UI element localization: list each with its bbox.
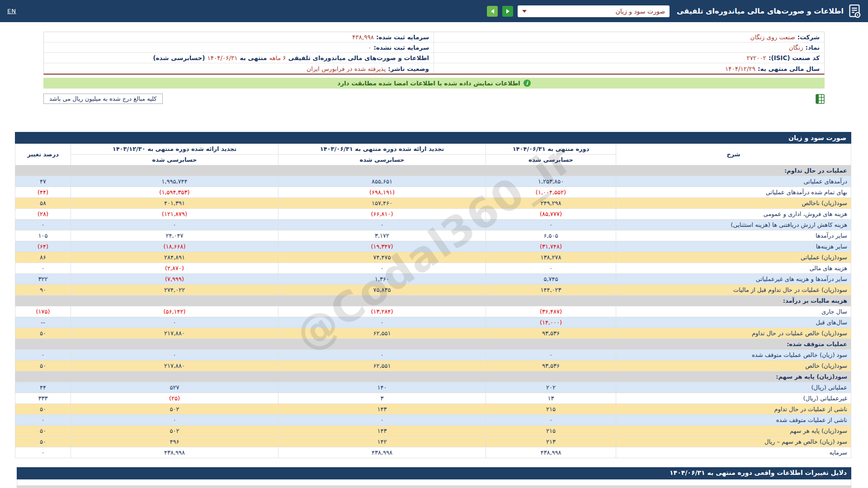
table-title-bar: صورت سود و زیان: [15, 132, 851, 144]
row-value: ۱۴۲: [278, 436, 486, 447]
isic-value: ۲۷۲۰۰۲: [747, 54, 767, 61]
row-value: ۱۴۳: [278, 426, 486, 436]
row-value: (۱۲۱,۸۷۹): [71, 209, 278, 220]
row-value: ۲۱۵: [486, 426, 616, 436]
table-section-row: عملیات متوقف شده:: [15, 339, 851, 350]
signature-match-text: اطلاعات نمایش داده شده با اطلاعات امضا ش…: [337, 80, 520, 87]
issuer-status-label: وضعیت ناشر:: [388, 65, 429, 72]
row-value: ۰: [15, 415, 71, 426]
audited-label: حسابرسی شده: [486, 155, 616, 165]
unregistered-capital-label: سرمایه ثبت نشده:: [373, 44, 429, 51]
signature-match-banner: i اطلاعات نمایش داده شده با اطلاعات امضا…: [43, 78, 825, 89]
changes-reasons-section: دلایل تغییرات اطلاعات واقعی دوره منتهی ب…: [17, 467, 851, 488]
row-value: ۴۳۸,۹۹۸: [71, 447, 278, 458]
statement-period-date: ۱۴۰۴/۰۶/۳۱: [207, 54, 237, 61]
row-value: ۲۴,۰۴۷: [71, 230, 278, 241]
audited-label: حسابرسی شده: [278, 155, 486, 165]
company-name-row: شرکت: صنعت روی زنگان: [434, 32, 824, 42]
table-row: سود(زیان) خالص۹۳,۵۳۶۶۲,۵۵۱۲۱۷,۸۸۰۵۰: [15, 361, 851, 371]
row-value: ۵۰: [15, 361, 71, 371]
row-value: (۲۵): [71, 393, 278, 404]
row-value: (۱۷۵): [15, 306, 71, 317]
row-value: ۰: [15, 263, 71, 274]
language-toggle-en[interactable]: EN: [7, 8, 16, 14]
row-value: ۴۳۸,۹۹۸: [278, 447, 486, 458]
chevron-right-icon: [506, 9, 509, 14]
row-value: ۲۰۲: [486, 382, 616, 393]
statement-select[interactable]: صورت سود و زیان: [518, 5, 670, 17]
table-row: هزینه های فروش، اداری و عمومی(۸۵,۷۷۷)(۶۶…: [15, 209, 851, 220]
page-title: اطلاعات و صورت‌های مالی میاندوره‌ای تلفی…: [677, 7, 844, 15]
unregistered-capital-row: سرمایه ثبت نشده: ۰: [44, 42, 434, 53]
row-value: ۰: [486, 350, 616, 361]
table-section-row: عملیات در حال تداوم:: [15, 165, 851, 176]
row-label: ناشی از عملیات در حال تداوم: [616, 404, 851, 415]
row-value: ۰: [486, 415, 616, 426]
table-row: عملیاتی (ریال)۲۰۲۱۴۰۵۲۷۴۴: [15, 382, 851, 393]
row-value: ۴۳۸,۹۹۸: [486, 447, 616, 458]
row-label: سایر درآمدها: [616, 230, 851, 241]
excel-export-icon[interactable]: [816, 94, 825, 104]
row-value: ۰: [278, 220, 486, 230]
table-header-row: شرح دوره منتهی به ۱۴۰۴/۰۶/۳۱ تجدید ارائه…: [15, 144, 851, 155]
changes-reasons-title: دلایل تغییرات اطلاعات واقعی دوره منتهی ب…: [17, 467, 851, 479]
row-value: (۳۶,۴۸۷): [486, 306, 616, 317]
row-value: ۱۴۰: [278, 382, 486, 393]
row-value: ۱,۲۵۳,۸۵۰: [486, 176, 616, 187]
row-value: ۴۷: [15, 176, 71, 187]
section-label: سود(زیان) پایه هر سهم:: [15, 371, 851, 382]
row-label: درآمدهای عملیاتی: [616, 176, 851, 187]
row-value: ۰: [278, 350, 486, 361]
row-value: ۱۳: [486, 393, 616, 404]
profit-loss-section: @Codal360_ir صورت سود و زیان شرح دوره من…: [17, 132, 851, 458]
row-value: (۱۸,۶۶۸): [71, 241, 278, 252]
registered-capital-value: ۴۳۸,۹۹۸: [352, 33, 374, 41]
row-value: ۵۸: [15, 198, 71, 209]
row-value: (۶۴): [15, 241, 71, 252]
statement-period-length: ۶ ماهه: [269, 54, 286, 61]
row-value: ۶۲,۵۵۱: [278, 361, 486, 371]
statement-period-suffix: (حسابرسی شده): [153, 54, 205, 61]
row-label: سود(زیان) عملیاتی: [616, 252, 851, 263]
row-label: سایر هزینه‌ها: [616, 241, 851, 252]
row-value: ۴۹۶: [71, 436, 278, 447]
row-value: ۰: [71, 350, 278, 361]
section-label: هزینه مالیات بر درآمد:: [15, 296, 851, 306]
row-value: (۶۶,۸۱۰): [278, 209, 486, 220]
row-value: ۰: [278, 317, 486, 328]
row-value: ۶,۵۰۵: [486, 230, 616, 241]
footer-section-row: [17, 486, 851, 488]
fiscal-year-label: سال مالی منتهی به:: [758, 65, 820, 72]
statement-period-middle: منتهی به: [240, 54, 267, 61]
column-header-period-restated-halfyear: تجدید ارائه شده دوره منتهی به ۱۴۰۳/۰۶/۳۱: [278, 144, 486, 155]
row-value: ۵,۷۴۵: [486, 274, 616, 285]
statement-period-prefix: اطلاعات و صورت‌های مالی میاندوره‌ای تلفی…: [288, 54, 429, 61]
table-row: سایر درآمدها۶,۵۰۵۳,۱۷۲۲۴,۰۴۷۱۰۵: [15, 230, 851, 241]
row-value: ۰: [71, 220, 278, 230]
table-row: هزینه کاهش ارزش دریافتنی ها (هزینه استثن…: [15, 220, 851, 230]
row-label: سود(زیان) عملیات در حال تداوم قبل از مال…: [616, 285, 851, 296]
statement-nav-back-button[interactable]: [487, 6, 498, 17]
row-label: سود(زیان) خالص: [616, 361, 851, 371]
row-value: (۷,۹۹۹): [71, 274, 278, 285]
table-row: سود(زیان) پایه هر سهم۲۱۵۱۴۳۵۰۲۵۰: [15, 426, 851, 436]
fiscal-year-value: ۱۴۰۴/۱۲/۲۹: [725, 65, 755, 72]
row-value: (۱,۰۰۴,۵۵۲): [486, 187, 616, 198]
issuer-status-value: پذیرفته شده در فرابورس ایران: [307, 65, 386, 72]
table-row: سود (زیان) خالص عملیات متوقف شده۰۰۰۰: [15, 350, 851, 361]
row-value: ۰: [71, 415, 278, 426]
row-value: ۱۵۷,۴۶۰: [278, 198, 486, 209]
column-header-percent-change: درصد تغییر: [15, 144, 71, 165]
statement-nav-forward-button[interactable]: [502, 6, 513, 17]
profit-loss-table: صورت سود و زیان شرح دوره منتهی به ۱۴۰۴/۰…: [15, 132, 851, 458]
row-value: ۵۰۲: [71, 426, 278, 436]
table-section-row: سود(زیان) پایه هر سهم:: [15, 371, 851, 382]
registered-capital-label: سرمایه ثبت شده:: [376, 33, 429, 41]
row-value: ۳۲۲: [15, 274, 71, 285]
row-label: سرمایه: [616, 447, 851, 458]
row-label: سود (زیان) خالص هر سهم – ریال: [616, 436, 851, 447]
company-label: شرکت:: [797, 33, 820, 41]
table-row: سایر هزینه‌ها(۳۱,۷۴۸)(۱۹,۳۴۷)(۱۸,۶۶۸)(۶۴…: [15, 241, 851, 252]
row-value: ۰: [486, 220, 616, 230]
table-row: سود(زیان) عملیاتی۱۳۸,۲۷۸۷۴,۴۷۵۲۸۴,۸۹۱۸۶: [15, 252, 851, 263]
